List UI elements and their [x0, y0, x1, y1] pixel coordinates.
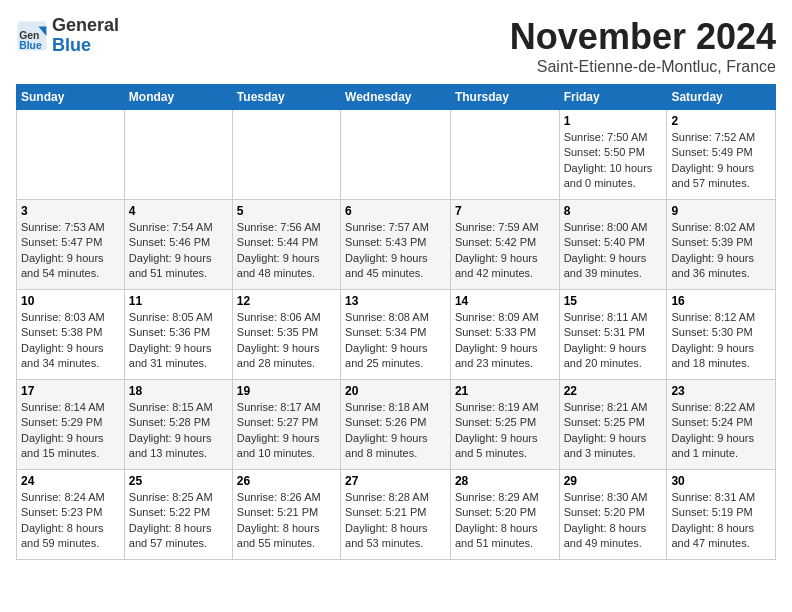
calendar-day-cell: 14Sunrise: 8:09 AM Sunset: 5:33 PM Dayli…: [450, 290, 559, 380]
calendar-day-cell: 4Sunrise: 7:54 AM Sunset: 5:46 PM Daylig…: [124, 200, 232, 290]
day-number: 27: [345, 474, 446, 488]
day-info: Sunrise: 7:53 AM Sunset: 5:47 PM Dayligh…: [21, 220, 120, 282]
day-number: 6: [345, 204, 446, 218]
logo-blue-text: Blue: [52, 35, 91, 55]
calendar-day-cell: 5Sunrise: 7:56 AM Sunset: 5:44 PM Daylig…: [232, 200, 340, 290]
day-info: Sunrise: 8:06 AM Sunset: 5:35 PM Dayligh…: [237, 310, 336, 372]
calendar-day-cell: 29Sunrise: 8:30 AM Sunset: 5:20 PM Dayli…: [559, 470, 667, 560]
day-info: Sunrise: 8:03 AM Sunset: 5:38 PM Dayligh…: [21, 310, 120, 372]
day-info: Sunrise: 8:22 AM Sunset: 5:24 PM Dayligh…: [671, 400, 771, 462]
page-header: Gen Blue General Blue November 2024 Sain…: [16, 16, 776, 76]
weekday-header-saturday: Saturday: [667, 85, 776, 110]
calendar-day-cell: 3Sunrise: 7:53 AM Sunset: 5:47 PM Daylig…: [17, 200, 125, 290]
day-number: 17: [21, 384, 120, 398]
calendar-day-cell: 1Sunrise: 7:50 AM Sunset: 5:50 PM Daylig…: [559, 110, 667, 200]
day-info: Sunrise: 8:30 AM Sunset: 5:20 PM Dayligh…: [564, 490, 663, 552]
day-info: Sunrise: 8:19 AM Sunset: 5:25 PM Dayligh…: [455, 400, 555, 462]
day-info: Sunrise: 8:18 AM Sunset: 5:26 PM Dayligh…: [345, 400, 446, 462]
calendar-day-cell: 17Sunrise: 8:14 AM Sunset: 5:29 PM Dayli…: [17, 380, 125, 470]
day-number: 24: [21, 474, 120, 488]
weekday-header-monday: Monday: [124, 85, 232, 110]
day-number: 2: [671, 114, 771, 128]
day-number: 1: [564, 114, 663, 128]
calendar-week-row: 17Sunrise: 8:14 AM Sunset: 5:29 PM Dayli…: [17, 380, 776, 470]
calendar-day-cell: 2Sunrise: 7:52 AM Sunset: 5:49 PM Daylig…: [667, 110, 776, 200]
day-number: 12: [237, 294, 336, 308]
day-number: 9: [671, 204, 771, 218]
weekday-header-sunday: Sunday: [17, 85, 125, 110]
calendar-day-cell: 18Sunrise: 8:15 AM Sunset: 5:28 PM Dayli…: [124, 380, 232, 470]
empty-day-cell: [124, 110, 232, 200]
calendar-day-cell: 9Sunrise: 8:02 AM Sunset: 5:39 PM Daylig…: [667, 200, 776, 290]
day-number: 8: [564, 204, 663, 218]
day-info: Sunrise: 8:09 AM Sunset: 5:33 PM Dayligh…: [455, 310, 555, 372]
calendar-week-row: 10Sunrise: 8:03 AM Sunset: 5:38 PM Dayli…: [17, 290, 776, 380]
calendar-day-cell: 30Sunrise: 8:31 AM Sunset: 5:19 PM Dayli…: [667, 470, 776, 560]
day-info: Sunrise: 8:15 AM Sunset: 5:28 PM Dayligh…: [129, 400, 228, 462]
title-block: November 2024 Saint-Etienne-de-Montluc, …: [510, 16, 776, 76]
day-number: 20: [345, 384, 446, 398]
day-number: 28: [455, 474, 555, 488]
day-number: 14: [455, 294, 555, 308]
day-number: 3: [21, 204, 120, 218]
day-info: Sunrise: 8:31 AM Sunset: 5:19 PM Dayligh…: [671, 490, 771, 552]
day-number: 10: [21, 294, 120, 308]
day-number: 29: [564, 474, 663, 488]
day-info: Sunrise: 7:56 AM Sunset: 5:44 PM Dayligh…: [237, 220, 336, 282]
calendar-day-cell: 23Sunrise: 8:22 AM Sunset: 5:24 PM Dayli…: [667, 380, 776, 470]
weekday-header-thursday: Thursday: [450, 85, 559, 110]
day-number: 25: [129, 474, 228, 488]
location-title: Saint-Etienne-de-Montluc, France: [510, 58, 776, 76]
day-number: 23: [671, 384, 771, 398]
day-number: 18: [129, 384, 228, 398]
calendar-day-cell: 21Sunrise: 8:19 AM Sunset: 5:25 PM Dayli…: [450, 380, 559, 470]
calendar-day-cell: 22Sunrise: 8:21 AM Sunset: 5:25 PM Dayli…: [559, 380, 667, 470]
calendar-day-cell: 15Sunrise: 8:11 AM Sunset: 5:31 PM Dayli…: [559, 290, 667, 380]
day-number: 4: [129, 204, 228, 218]
calendar-day-cell: 27Sunrise: 8:28 AM Sunset: 5:21 PM Dayli…: [341, 470, 451, 560]
day-number: 5: [237, 204, 336, 218]
day-info: Sunrise: 8:28 AM Sunset: 5:21 PM Dayligh…: [345, 490, 446, 552]
day-info: Sunrise: 8:14 AM Sunset: 5:29 PM Dayligh…: [21, 400, 120, 462]
day-info: Sunrise: 7:59 AM Sunset: 5:42 PM Dayligh…: [455, 220, 555, 282]
calendar-table: SundayMondayTuesdayWednesdayThursdayFrid…: [16, 84, 776, 560]
empty-day-cell: [450, 110, 559, 200]
calendar-day-cell: 20Sunrise: 8:18 AM Sunset: 5:26 PM Dayli…: [341, 380, 451, 470]
empty-day-cell: [232, 110, 340, 200]
day-number: 11: [129, 294, 228, 308]
day-number: 19: [237, 384, 336, 398]
calendar-day-cell: 16Sunrise: 8:12 AM Sunset: 5:30 PM Dayli…: [667, 290, 776, 380]
calendar-day-cell: 26Sunrise: 8:26 AM Sunset: 5:21 PM Dayli…: [232, 470, 340, 560]
day-number: 13: [345, 294, 446, 308]
day-info: Sunrise: 8:02 AM Sunset: 5:39 PM Dayligh…: [671, 220, 771, 282]
calendar-day-cell: 12Sunrise: 8:06 AM Sunset: 5:35 PM Dayli…: [232, 290, 340, 380]
calendar-day-cell: 11Sunrise: 8:05 AM Sunset: 5:36 PM Dayli…: [124, 290, 232, 380]
weekday-header-tuesday: Tuesday: [232, 85, 340, 110]
day-info: Sunrise: 8:05 AM Sunset: 5:36 PM Dayligh…: [129, 310, 228, 372]
calendar-week-row: 3Sunrise: 7:53 AM Sunset: 5:47 PM Daylig…: [17, 200, 776, 290]
day-number: 7: [455, 204, 555, 218]
day-number: 21: [455, 384, 555, 398]
day-number: 22: [564, 384, 663, 398]
day-info: Sunrise: 8:29 AM Sunset: 5:20 PM Dayligh…: [455, 490, 555, 552]
day-info: Sunrise: 7:57 AM Sunset: 5:43 PM Dayligh…: [345, 220, 446, 282]
day-number: 30: [671, 474, 771, 488]
logo: Gen Blue General Blue: [16, 16, 119, 56]
day-info: Sunrise: 7:52 AM Sunset: 5:49 PM Dayligh…: [671, 130, 771, 192]
day-number: 26: [237, 474, 336, 488]
empty-day-cell: [341, 110, 451, 200]
day-info: Sunrise: 8:11 AM Sunset: 5:31 PM Dayligh…: [564, 310, 663, 372]
day-info: Sunrise: 8:24 AM Sunset: 5:23 PM Dayligh…: [21, 490, 120, 552]
calendar-day-cell: 24Sunrise: 8:24 AM Sunset: 5:23 PM Dayli…: [17, 470, 125, 560]
calendar-day-cell: 8Sunrise: 8:00 AM Sunset: 5:40 PM Daylig…: [559, 200, 667, 290]
calendar-day-cell: 25Sunrise: 8:25 AM Sunset: 5:22 PM Dayli…: [124, 470, 232, 560]
day-info: Sunrise: 8:00 AM Sunset: 5:40 PM Dayligh…: [564, 220, 663, 282]
empty-day-cell: [17, 110, 125, 200]
day-info: Sunrise: 8:25 AM Sunset: 5:22 PM Dayligh…: [129, 490, 228, 552]
calendar-day-cell: 7Sunrise: 7:59 AM Sunset: 5:42 PM Daylig…: [450, 200, 559, 290]
logo-general-text: General: [52, 15, 119, 35]
calendar-week-row: 24Sunrise: 8:24 AM Sunset: 5:23 PM Dayli…: [17, 470, 776, 560]
day-info: Sunrise: 7:50 AM Sunset: 5:50 PM Dayligh…: [564, 130, 663, 192]
calendar-day-cell: 10Sunrise: 8:03 AM Sunset: 5:38 PM Dayli…: [17, 290, 125, 380]
day-info: Sunrise: 8:17 AM Sunset: 5:27 PM Dayligh…: [237, 400, 336, 462]
